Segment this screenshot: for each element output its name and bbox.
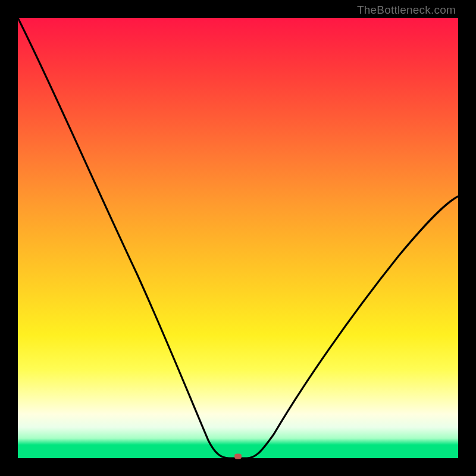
bottleneck-marker [234, 454, 242, 459]
bottleneck-curve [18, 18, 458, 458]
chart-frame: TheBottleneck.com [0, 0, 476, 476]
plot-area [18, 18, 458, 458]
curve-svg [18, 18, 458, 458]
watermark-text: TheBottleneck.com [357, 4, 456, 17]
